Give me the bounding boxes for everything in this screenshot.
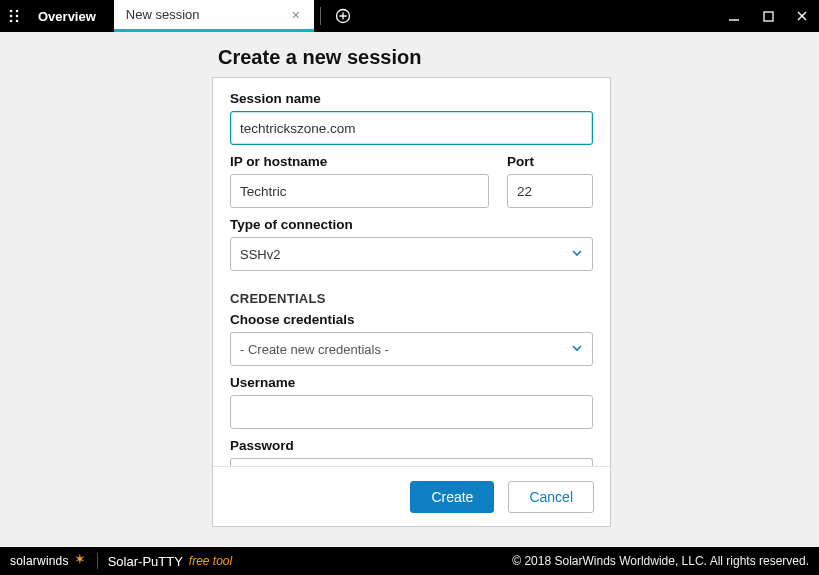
footer: solarwinds✶ Solar-PuTTY free tool © 2018… — [0, 547, 819, 575]
conn-type-select[interactable]: SSHv2 — [230, 237, 593, 271]
port-label: Port — [507, 154, 593, 169]
dialog-scroll-area: ▲ ▼ Session name IP or hostname Port Typ… — [213, 78, 610, 466]
dialog-button-bar: Create Cancel — [213, 466, 610, 526]
svg-point-4 — [10, 20, 13, 23]
svg-point-2 — [10, 15, 13, 18]
tab-close-icon[interactable]: × — [288, 7, 304, 23]
create-button[interactable]: Create — [410, 481, 494, 513]
close-window-button[interactable] — [785, 0, 819, 32]
maximize-button[interactable] — [751, 0, 785, 32]
page-title: Create a new session — [218, 46, 421, 69]
new-session-dialog: ▲ ▼ Session name IP or hostname Port Typ… — [212, 77, 611, 527]
main-area: Create a new session ▲ ▼ Session name IP… — [0, 32, 819, 547]
svg-point-5 — [16, 20, 19, 23]
session-name-input[interactable] — [230, 111, 593, 145]
choose-cred-label: Choose credentials — [230, 312, 593, 327]
tab-separator — [314, 0, 328, 32]
chevron-down-icon — [571, 247, 583, 262]
tab-new-session-label: New session — [126, 7, 288, 22]
copyright: © 2018 SolarWinds Worldwide, LLC. All ri… — [512, 554, 809, 568]
port-input[interactable] — [507, 174, 593, 208]
host-label: IP or hostname — [230, 154, 489, 169]
conn-type-label: Type of connection — [230, 217, 593, 232]
username-input[interactable] — [230, 395, 593, 429]
new-tab-button[interactable] — [328, 0, 358, 32]
choose-cred-select[interactable]: - Create new credentials - — [230, 332, 593, 366]
brand-flare-icon: ✶ — [74, 551, 86, 567]
username-label: Username — [230, 375, 593, 390]
window-controls — [717, 0, 819, 32]
cancel-button[interactable]: Cancel — [508, 481, 594, 513]
tab-overview[interactable]: Overview — [28, 0, 114, 32]
titlebar: Overview New session × — [0, 0, 819, 32]
svg-point-0 — [10, 10, 13, 13]
product-name: Solar-PuTTY — [108, 554, 183, 569]
host-input[interactable] — [230, 174, 489, 208]
svg-rect-7 — [764, 12, 773, 21]
free-tool-label: free tool — [189, 554, 232, 568]
tab-overview-label: Overview — [38, 9, 96, 24]
session-name-label: Session name — [230, 91, 593, 106]
choose-cred-value: - Create new credentials - — [240, 342, 389, 357]
password-input[interactable] — [230, 458, 593, 466]
svg-point-3 — [16, 15, 19, 18]
tab-new-session[interactable]: New session × — [114, 0, 314, 32]
password-label: Password — [230, 438, 593, 453]
conn-type-value: SSHv2 — [240, 247, 280, 262]
svg-point-1 — [16, 10, 19, 13]
app-menu-icon[interactable] — [0, 0, 28, 32]
credentials-section-label: CREDENTIALS — [230, 291, 593, 306]
footer-separator — [97, 553, 98, 569]
brand-text: solarwinds — [10, 554, 69, 568]
brand: solarwinds✶ — [10, 553, 87, 569]
minimize-button[interactable] — [717, 0, 751, 32]
chevron-down-icon — [571, 342, 583, 357]
